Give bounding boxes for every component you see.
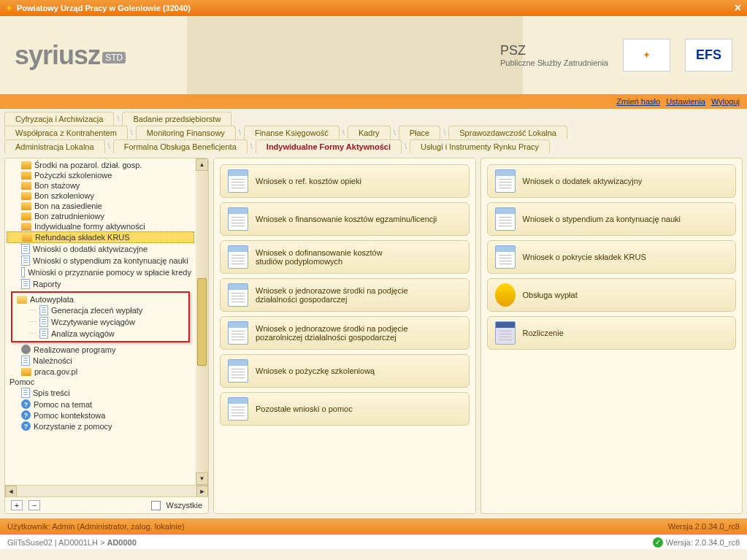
- document-icon: [228, 169, 248, 193]
- tree-item[interactable]: Bon na zasiedlenie: [7, 201, 194, 211]
- tree-item[interactable]: Spis treści: [7, 387, 194, 399]
- tree-item[interactable]: ?Pomoc na temat: [7, 399, 194, 410]
- all-checkbox[interactable]: [151, 501, 161, 510]
- tree-item[interactable]: Indywidualne formy aktywności: [7, 221, 194, 231]
- doc-icon: [495, 245, 516, 269]
- action-button[interactable]: Wniosek o jednorazowe środki na podjęcie…: [220, 316, 470, 350]
- tab[interactable]: Kadry: [348, 126, 391, 139]
- tree-item[interactable]: ?Pomoc kontekstowa: [7, 410, 194, 421]
- tree-item[interactable]: Realizowane programy: [7, 344, 194, 355]
- tree-item[interactable]: ?Korzystanie z pomocy: [7, 421, 194, 431]
- tab[interactable]: Administracja Lokalna: [4, 139, 105, 153]
- tree-section-header: Pomoc: [7, 377, 194, 387]
- tree-item[interactable]: Wnioski o przyznanie pomocy w spłacie kr…: [7, 266, 194, 278]
- logo: syriusz STD: [15, 40, 183, 71]
- scroll-down-icon[interactable]: ▼: [196, 472, 208, 485]
- document-icon: [21, 256, 30, 266]
- tree-item[interactable]: Bon szkoleniowy: [7, 191, 194, 201]
- action-button[interactable]: Wniosek o pożyczkę szkoleniową: [220, 354, 470, 388]
- main: Środki na pozarol. dział. gosp.Pożyczki …: [0, 153, 747, 518]
- logo-text: syriusz: [15, 40, 100, 70]
- action-button[interactable]: Obsługa wypłat: [487, 278, 737, 312]
- button-column-2: Wniosek o dodatek aktywizacyjnyWniosek o…: [480, 158, 743, 514]
- psz-block: PSZ Publiczne Służby Zatrudnienia: [500, 43, 608, 67]
- document-icon: [228, 397, 248, 421]
- expand-button[interactable]: +: [11, 500, 23, 510]
- action-button[interactable]: Wniosek o pokrycie składek KRUS: [487, 240, 737, 274]
- tab[interactable]: Badanie przedsiębiorstw: [122, 112, 231, 126]
- tab[interactable]: Formalna Obsługa Beneficjenta: [113, 139, 248, 153]
- gear-icon: [21, 345, 31, 354]
- doc-icon: [495, 207, 516, 231]
- folder-icon: [22, 234, 32, 242]
- scroll-left-icon[interactable]: ◄: [5, 486, 17, 497]
- document-icon: [21, 356, 30, 366]
- tree-item[interactable]: ⋯Analiza wyciągów: [14, 328, 187, 340]
- tree-item[interactable]: praca.gov.pl: [7, 367, 194, 377]
- tree-item[interactable]: Refundacja składek KRUS: [7, 231, 194, 243]
- scroll-up-icon[interactable]: ▲: [196, 158, 208, 171]
- document-icon: [228, 321, 248, 345]
- tree-item[interactable]: Raporty: [7, 278, 194, 290]
- tab[interactable]: Indywidualne Formy Aktywności: [256, 139, 402, 153]
- action-button[interactable]: Wniosek o jednorazowe środki na podjęcie…: [220, 278, 470, 312]
- money-icon: [495, 283, 516, 307]
- status-user: Użytkownik: Admin (Administrator, zalog.…: [7, 522, 185, 531]
- psz-short: PSZ: [500, 43, 608, 58]
- tab[interactable]: Współpraca z Kontrahentem: [4, 126, 128, 139]
- folder-icon: [21, 368, 31, 376]
- tab[interactable]: Finanse Księgowość: [244, 126, 340, 139]
- tree-item[interactable]: Bon zatrudnieniowy: [7, 211, 194, 221]
- link-settings[interactable]: Ustawienia: [666, 97, 705, 106]
- tree-item[interactable]: ⋯Generacja zleceń wypłaty: [14, 304, 187, 316]
- footer-version: Wersja: 2.0.34.0_rc8: [666, 538, 740, 547]
- tree-scrollbar-vertical[interactable]: ▲ ▼: [196, 158, 208, 485]
- action-button[interactable]: Rozliczenie: [487, 316, 737, 350]
- tabs: Cyfryzacja i Archiwizacja\Badanie przeds…: [0, 109, 747, 153]
- link-logout[interactable]: Wyloguj: [711, 97, 740, 106]
- document-icon: [228, 359, 248, 383]
- tab[interactable]: Sprawozdawczość Lokalna: [448, 126, 567, 139]
- badge-efs: EFS: [685, 39, 732, 72]
- all-label: Wszystkie: [166, 501, 203, 510]
- action-button[interactable]: Pozostałe wnioski o pomoc: [220, 392, 470, 426]
- folder-icon: [21, 192, 31, 200]
- scroll-thumb[interactable]: [197, 278, 207, 366]
- tab[interactable]: Płace: [399, 126, 441, 139]
- tree-item[interactable]: Należności: [7, 355, 194, 367]
- action-button[interactable]: Wniosek o ref. kosztów opieki: [220, 164, 470, 198]
- tree[interactable]: Środki na pozarol. dział. gosp.Pożyczki …: [5, 158, 196, 485]
- close-icon[interactable]: ×: [735, 1, 741, 15]
- document-icon: [228, 207, 248, 231]
- tree-scrollbar-horizontal[interactable]: ◄ ►: [5, 485, 208, 496]
- tree-item[interactable]: Wnioski o dodatki aktywizacyjne: [7, 243, 194, 255]
- action-button[interactable]: Wniosek o dofinansowanie kosztówstudiów …: [220, 240, 470, 274]
- action-button[interactable]: Wniosek o finansowanie kosztów egzaminu/…: [220, 202, 470, 236]
- help-icon: ?: [21, 410, 31, 420]
- folder-icon: [21, 223, 31, 231]
- document-icon: [21, 244, 30, 254]
- footer-bar: GliTsSuse02 | AD0001LH > AD0000 ✓ Wersja…: [0, 534, 747, 549]
- tree-item[interactable]: Wnioski o stypendium za kontynuację nauk…: [7, 255, 194, 266]
- folder-icon: [21, 182, 31, 190]
- tree-item[interactable]: Środki na pozarol. dział. gosp.: [7, 160, 194, 170]
- tree-item[interactable]: Bon stażowy: [7, 180, 194, 191]
- tab[interactable]: Monitoring Finansowy: [136, 126, 236, 139]
- header: syriusz STD PSZ Publiczne Służby Zatrudn…: [0, 16, 747, 94]
- tree-item[interactable]: Autowypłata: [14, 294, 187, 304]
- tree-item[interactable]: Pożyczki szkoleniowe: [7, 170, 194, 180]
- window-titlebar: ✦ Powiatowy Urząd Pracy w Goleniowie (32…: [0, 0, 747, 16]
- status-version: Wersja 2.0.34.0_rc8: [668, 522, 740, 531]
- folder-icon: [21, 172, 31, 180]
- action-button[interactable]: Wniosek o stypendium za kontynuację nauk…: [487, 202, 737, 236]
- calc-icon: [495, 321, 516, 345]
- tab[interactable]: Usługi i Instrumenty Rynku Pracy: [410, 139, 550, 153]
- document-icon: [21, 279, 30, 289]
- tab[interactable]: Cyfryzacja i Archiwizacja: [4, 112, 114, 126]
- scroll-right-icon[interactable]: ►: [196, 486, 208, 497]
- tree-item[interactable]: ⋯Wczytywanie wyciągów: [14, 316, 187, 328]
- action-button[interactable]: Wniosek o dodatek aktywizacyjny: [487, 164, 737, 198]
- link-change-password[interactable]: Zmień hasło: [616, 97, 660, 106]
- document-icon: [228, 283, 248, 307]
- collapse-button[interactable]: −: [28, 500, 40, 510]
